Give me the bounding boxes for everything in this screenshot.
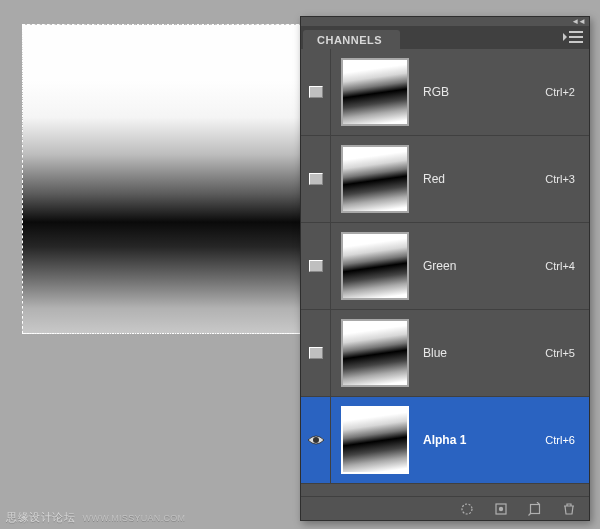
channels-panel: ◄◄ CHANNELS RGBCtrl+2RedCtrl+3GreenCtrl+…	[300, 16, 590, 521]
channel-name: Red	[423, 172, 545, 186]
channel-shortcut: Ctrl+6	[545, 434, 579, 446]
channel-row-rgb[interactable]: RGBCtrl+2	[301, 49, 589, 136]
watermark-text: 思缘设计论坛	[6, 511, 75, 523]
watermark-url: WWW.MISSYUAN.COM	[83, 513, 186, 523]
panel-titlebar[interactable]: ◄◄	[301, 17, 589, 27]
channel-thumbnail[interactable]	[341, 319, 409, 387]
watermark: 思缘设计论坛 WWW.MISSYUAN.COM	[6, 510, 185, 525]
new-channel-icon[interactable]	[527, 501, 543, 517]
svg-point-0	[313, 437, 319, 443]
visibility-toggle[interactable]	[301, 223, 331, 309]
channel-shortcut: Ctrl+3	[545, 173, 579, 185]
channel-thumbnail[interactable]	[341, 232, 409, 300]
visibility-empty-icon	[309, 173, 323, 185]
visibility-empty-icon	[309, 260, 323, 272]
channel-list[interactable]: RGBCtrl+2RedCtrl+3GreenCtrl+4BlueCtrl+5A…	[301, 49, 589, 496]
load-selection-icon[interactable]	[459, 501, 475, 517]
channel-shortcut: Ctrl+4	[545, 260, 579, 272]
panel-footer	[301, 496, 589, 520]
visibility-toggle[interactable]	[301, 49, 331, 135]
svg-rect-4	[531, 504, 540, 513]
channel-shortcut: Ctrl+2	[545, 86, 579, 98]
panel-menu-icon[interactable]	[569, 31, 583, 43]
visibility-toggle[interactable]	[301, 136, 331, 222]
collapse-icon[interactable]: ◄◄	[571, 17, 585, 26]
channel-row-alpha-1[interactable]: Alpha 1Ctrl+6	[301, 397, 589, 484]
tab-channels[interactable]: CHANNELS	[303, 30, 400, 49]
channel-name: Green	[423, 259, 545, 273]
channel-thumbnail[interactable]	[341, 145, 409, 213]
channel-name: Alpha 1	[423, 433, 545, 447]
delete-channel-icon[interactable]	[561, 501, 577, 517]
channel-shortcut: Ctrl+5	[545, 347, 579, 359]
visibility-empty-icon	[309, 86, 323, 98]
visibility-empty-icon	[309, 347, 323, 359]
channel-name: RGB	[423, 85, 545, 99]
svg-point-1	[462, 504, 472, 514]
channel-thumbnail[interactable]	[341, 406, 409, 474]
save-selection-icon[interactable]	[493, 501, 509, 517]
visibility-toggle[interactable]	[301, 397, 331, 483]
canvas-selection[interactable]	[22, 24, 304, 334]
channel-row-blue[interactable]: BlueCtrl+5	[301, 310, 589, 397]
eye-icon	[307, 434, 325, 446]
visibility-toggle[interactable]	[301, 310, 331, 396]
channel-name: Blue	[423, 346, 545, 360]
panel-tabs: CHANNELS	[301, 27, 589, 49]
svg-point-3	[499, 506, 503, 510]
channel-row-red[interactable]: RedCtrl+3	[301, 136, 589, 223]
channel-thumbnail[interactable]	[341, 58, 409, 126]
channel-row-green[interactable]: GreenCtrl+4	[301, 223, 589, 310]
